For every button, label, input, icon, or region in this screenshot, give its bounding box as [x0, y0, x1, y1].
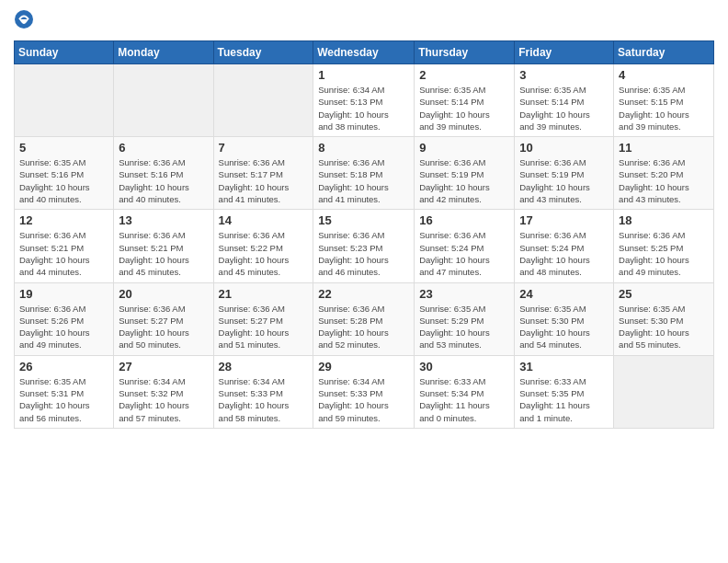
day-info: Sunrise: 6:35 AM Sunset: 5:14 PM Dayligh…	[519, 84, 609, 132]
day-number: 4	[619, 68, 709, 82]
day-info: Sunrise: 6:36 AM Sunset: 5:27 PM Dayligh…	[119, 303, 208, 351]
day-number: 28	[219, 360, 309, 373]
day-number: 3	[519, 68, 609, 82]
day-number: 22	[318, 287, 409, 301]
day-number: 24	[519, 287, 609, 301]
calendar-day-cell: 13Sunrise: 6:36 AM Sunset: 5:21 PM Dayli…	[114, 210, 213, 282]
weekday-header-wednesday: Wednesday	[313, 41, 415, 64]
day-info: Sunrise: 6:33 AM Sunset: 5:34 PM Dayligh…	[419, 375, 509, 424]
logo	[14, 9, 38, 33]
calendar-week-row: 26Sunrise: 6:35 AM Sunset: 5:31 PM Dayli…	[15, 355, 714, 428]
day-number: 1	[318, 68, 409, 82]
calendar-day-cell: 16Sunrise: 6:36 AM Sunset: 5:24 PM Dayli…	[415, 210, 515, 282]
calendar-day-cell: 19Sunrise: 6:36 AM Sunset: 5:26 PM Dayli…	[15, 282, 114, 355]
calendar-day-cell: 31Sunrise: 6:33 AM Sunset: 5:35 PM Dayli…	[515, 355, 614, 428]
day-number: 9	[419, 141, 509, 155]
logo-icon	[14, 9, 34, 29]
weekday-header-saturday: Saturday	[614, 41, 714, 64]
day-info: Sunrise: 6:35 AM Sunset: 5:16 PM Dayligh…	[19, 156, 108, 205]
day-info: Sunrise: 6:36 AM Sunset: 5:25 PM Dayligh…	[619, 229, 709, 278]
day-number: 7	[219, 141, 309, 155]
day-info: Sunrise: 6:35 AM Sunset: 5:30 PM Dayligh…	[519, 303, 609, 351]
calendar-day-cell: 17Sunrise: 6:36 AM Sunset: 5:24 PM Dayli…	[515, 210, 614, 282]
calendar-day-cell: 6Sunrise: 6:36 AM Sunset: 5:16 PM Daylig…	[114, 137, 213, 210]
day-info: Sunrise: 6:35 AM Sunset: 5:30 PM Dayligh…	[619, 303, 709, 351]
calendar-day-cell: 23Sunrise: 6:35 AM Sunset: 5:29 PM Dayli…	[415, 282, 515, 355]
calendar-day-cell: 10Sunrise: 6:36 AM Sunset: 5:19 PM Dayli…	[515, 137, 614, 210]
calendar-empty-cell	[614, 355, 714, 428]
day-number: 2	[419, 68, 509, 82]
day-number: 15	[318, 213, 409, 227]
day-number: 30	[419, 360, 509, 373]
day-number: 31	[519, 360, 609, 373]
day-info: Sunrise: 6:35 AM Sunset: 5:15 PM Dayligh…	[619, 84, 709, 132]
calendar-day-cell: 25Sunrise: 6:35 AM Sunset: 5:30 PM Dayli…	[614, 282, 714, 355]
day-info: Sunrise: 6:35 AM Sunset: 5:29 PM Dayligh…	[419, 303, 509, 351]
day-number: 12	[19, 213, 108, 227]
calendar-week-row: 19Sunrise: 6:36 AM Sunset: 5:26 PM Dayli…	[15, 282, 714, 355]
day-info: Sunrise: 6:36 AM Sunset: 5:24 PM Dayligh…	[519, 229, 609, 278]
day-info: Sunrise: 6:36 AM Sunset: 5:21 PM Dayligh…	[119, 229, 208, 278]
calendar-day-cell: 22Sunrise: 6:36 AM Sunset: 5:28 PM Dayli…	[313, 282, 415, 355]
calendar-day-cell: 5Sunrise: 6:35 AM Sunset: 5:16 PM Daylig…	[15, 137, 114, 210]
calendar-day-cell: 12Sunrise: 6:36 AM Sunset: 5:21 PM Dayli…	[15, 210, 114, 282]
calendar-day-cell: 29Sunrise: 6:34 AM Sunset: 5:33 PM Dayli…	[313, 355, 415, 428]
weekday-header-monday: Monday	[114, 41, 213, 64]
day-info: Sunrise: 6:36 AM Sunset: 5:18 PM Dayligh…	[318, 156, 409, 205]
day-info: Sunrise: 6:36 AM Sunset: 5:26 PM Dayligh…	[19, 303, 108, 351]
calendar-day-cell: 15Sunrise: 6:36 AM Sunset: 5:23 PM Dayli…	[313, 210, 415, 282]
day-number: 25	[619, 287, 709, 301]
calendar-day-cell: 3Sunrise: 6:35 AM Sunset: 5:14 PM Daylig…	[515, 64, 614, 137]
calendar-header-row: SundayMondayTuesdayWednesdayThursdayFrid…	[15, 41, 714, 64]
day-number: 6	[119, 141, 208, 155]
calendar-day-cell: 7Sunrise: 6:36 AM Sunset: 5:17 PM Daylig…	[213, 137, 313, 210]
day-info: Sunrise: 6:36 AM Sunset: 5:27 PM Dayligh…	[219, 303, 309, 351]
day-number: 13	[119, 213, 208, 227]
calendar-day-cell: 1Sunrise: 6:34 AM Sunset: 5:13 PM Daylig…	[313, 64, 415, 137]
day-info: Sunrise: 6:36 AM Sunset: 5:22 PM Dayligh…	[219, 229, 309, 278]
calendar-day-cell: 11Sunrise: 6:36 AM Sunset: 5:20 PM Dayli…	[614, 137, 714, 210]
day-number: 16	[419, 213, 509, 227]
day-info: Sunrise: 6:35 AM Sunset: 5:31 PM Dayligh…	[19, 375, 108, 424]
day-number: 23	[419, 287, 509, 301]
day-number: 21	[219, 287, 309, 301]
calendar-day-cell: 14Sunrise: 6:36 AM Sunset: 5:22 PM Dayli…	[213, 210, 313, 282]
calendar-empty-cell	[15, 64, 114, 137]
calendar-day-cell: 18Sunrise: 6:36 AM Sunset: 5:25 PM Dayli…	[614, 210, 714, 282]
day-info: Sunrise: 6:36 AM Sunset: 5:17 PM Dayligh…	[219, 156, 309, 205]
day-info: Sunrise: 6:34 AM Sunset: 5:32 PM Dayligh…	[119, 375, 208, 424]
day-info: Sunrise: 6:36 AM Sunset: 5:16 PM Dayligh…	[119, 156, 208, 205]
day-info: Sunrise: 6:36 AM Sunset: 5:21 PM Dayligh…	[19, 229, 108, 278]
day-number: 11	[619, 141, 709, 155]
calendar-table: SundayMondayTuesdayWednesdayThursdayFrid…	[14, 40, 714, 429]
day-info: Sunrise: 6:34 AM Sunset: 5:33 PM Dayligh…	[318, 375, 409, 424]
calendar-week-row: 1Sunrise: 6:34 AM Sunset: 5:13 PM Daylig…	[15, 64, 714, 137]
day-info: Sunrise: 6:33 AM Sunset: 5:35 PM Dayligh…	[519, 375, 609, 424]
day-number: 18	[619, 213, 709, 227]
calendar-day-cell: 27Sunrise: 6:34 AM Sunset: 5:32 PM Dayli…	[114, 355, 213, 428]
weekday-header-thursday: Thursday	[415, 41, 515, 64]
calendar-day-cell: 9Sunrise: 6:36 AM Sunset: 5:19 PM Daylig…	[415, 137, 515, 210]
day-number: 20	[119, 287, 208, 301]
weekday-header-sunday: Sunday	[15, 41, 114, 64]
day-info: Sunrise: 6:36 AM Sunset: 5:20 PM Dayligh…	[619, 156, 709, 205]
day-number: 8	[318, 141, 409, 155]
calendar-week-row: 12Sunrise: 6:36 AM Sunset: 5:21 PM Dayli…	[15, 210, 714, 282]
calendar-day-cell: 20Sunrise: 6:36 AM Sunset: 5:27 PM Dayli…	[114, 282, 213, 355]
day-number: 17	[519, 213, 609, 227]
day-info: Sunrise: 6:36 AM Sunset: 5:28 PM Dayligh…	[318, 303, 409, 351]
calendar-day-cell: 24Sunrise: 6:35 AM Sunset: 5:30 PM Dayli…	[515, 282, 614, 355]
calendar-empty-cell	[213, 64, 313, 137]
calendar-day-cell: 28Sunrise: 6:34 AM Sunset: 5:33 PM Dayli…	[213, 355, 313, 428]
header	[14, 9, 714, 33]
day-number: 5	[19, 141, 108, 155]
day-info: Sunrise: 6:36 AM Sunset: 5:23 PM Dayligh…	[318, 229, 409, 278]
calendar-day-cell: 30Sunrise: 6:33 AM Sunset: 5:34 PM Dayli…	[415, 355, 515, 428]
weekday-header-friday: Friday	[515, 41, 614, 64]
page: SundayMondayTuesdayWednesdayThursdayFrid…	[0, 0, 728, 563]
day-info: Sunrise: 6:36 AM Sunset: 5:19 PM Dayligh…	[519, 156, 609, 205]
day-info: Sunrise: 6:34 AM Sunset: 5:33 PM Dayligh…	[219, 375, 309, 424]
calendar-empty-cell	[114, 64, 213, 137]
day-info: Sunrise: 6:36 AM Sunset: 5:24 PM Dayligh…	[419, 229, 509, 278]
calendar-day-cell: 8Sunrise: 6:36 AM Sunset: 5:18 PM Daylig…	[313, 137, 415, 210]
